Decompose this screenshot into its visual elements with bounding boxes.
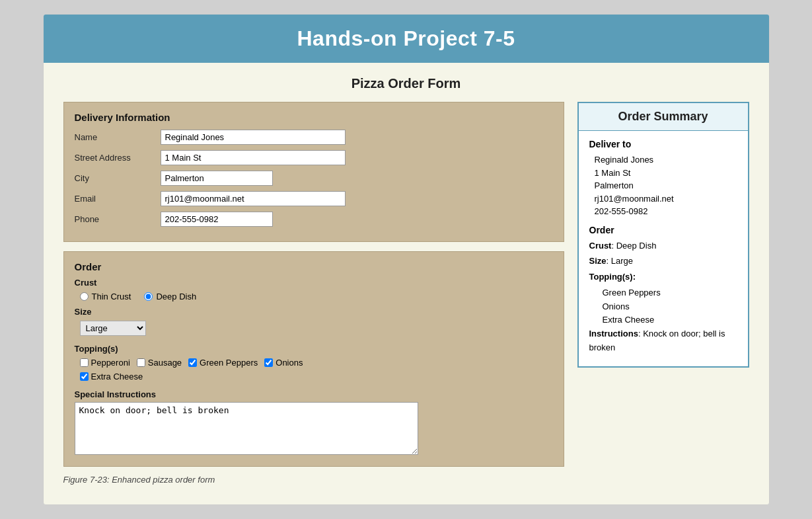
deep-dish-radio[interactable] (144, 292, 153, 301)
green-peppers-checkbox[interactable] (188, 358, 197, 367)
order-section-title: Order (75, 261, 553, 272)
name-label: Name (75, 132, 161, 142)
delivery-info-section: Delivery Information Name Street Address… (63, 102, 564, 242)
email-input[interactable] (161, 191, 346, 206)
summary-crust-label: Crust (589, 241, 612, 251)
street-row: Street Address (75, 150, 553, 165)
size-select[interactable]: Small Medium Large Extra Large (80, 321, 146, 336)
city-label: City (75, 173, 161, 183)
page-wrapper: Hands-on Project 7-5 Pizza Order Form De… (43, 14, 770, 505)
sausage-checkbox[interactable] (137, 358, 145, 367)
left-column: Delivery Information Name Street Address… (63, 102, 564, 467)
name-input[interactable] (161, 130, 346, 145)
pepperoni-checkbox[interactable] (80, 358, 89, 367)
extra-cheese-option[interactable]: Extra Cheese (80, 372, 553, 381)
deep-dish-option[interactable]: Deep Dish (144, 292, 196, 301)
thin-crust-label: Thin Crust (92, 292, 131, 301)
name-row: Name (75, 130, 553, 145)
second-toppings-row: Extra Cheese (80, 372, 553, 381)
extra-cheese-label: Extra Cheese (91, 372, 143, 381)
page-header-text: Hands-on Project 7-5 (297, 26, 515, 50)
toppings-label: Topping(s) (75, 344, 553, 354)
delivery-section-title: Delivery Information (75, 112, 553, 123)
form-title: Pizza Order Form (63, 76, 749, 91)
deliver-name: Reginald Jones (595, 153, 737, 167)
summary-size-label: Size (589, 256, 607, 266)
summary-toppings-line: Topping(s): (589, 270, 737, 284)
email-label: Email (75, 194, 161, 204)
right-column: Order Summary Deliver to Reginald Jones … (577, 102, 749, 368)
onions-option[interactable]: Onions (264, 358, 303, 368)
deep-dish-label: Deep Dish (156, 292, 196, 301)
phone-row: Phone (75, 212, 553, 227)
street-input[interactable] (161, 150, 346, 165)
phone-label: Phone (75, 214, 161, 224)
summary-size-line: Size: Large (589, 255, 737, 268)
order-summary-box: Order Summary Deliver to Reginald Jones … (577, 102, 749, 368)
deliver-email: rj101@moonmail.net (595, 192, 737, 206)
summary-toppings-list: Green Peppers Onions Extra Cheese (603, 286, 737, 327)
page-header: Hands-on Project 7-5 (44, 15, 769, 63)
summary-topping-green-peppers: Green Peppers (603, 286, 737, 300)
summary-toppings-label: Topping(s): (589, 272, 636, 282)
green-peppers-option[interactable]: Green Peppers (188, 358, 258, 368)
onions-checkbox[interactable] (264, 358, 273, 367)
pepperoni-label: Pepperoni (91, 358, 130, 368)
figure-caption: Figure 7-23: Enhanced pizza order form (63, 475, 749, 485)
deliver-phone: 202-555-0982 (595, 205, 737, 218)
summary-title: Order Summary (579, 103, 748, 131)
email-row: Email (75, 191, 553, 206)
crust-label: Crust (75, 278, 553, 288)
thin-crust-option[interactable]: Thin Crust (80, 292, 131, 301)
deliver-city: Palmerton (595, 179, 737, 192)
summary-order-label: Order (589, 225, 737, 235)
city-row: City (75, 171, 553, 186)
crust-radio-group: Thin Crust Deep Dish (80, 292, 553, 301)
page-content: Pizza Order Form Delivery Information Na… (44, 63, 769, 504)
toppings-row: Pepperoni Sausage Green Peppers Oni (80, 358, 553, 368)
summary-instructions-line: Instructions: Knock on door; bell is bro… (589, 327, 737, 355)
deliver-street: 1 Main St (595, 167, 737, 180)
street-label: Street Address (75, 153, 161, 163)
extra-cheese-checkbox[interactable] (80, 372, 89, 381)
order-section: Order Crust Thin Crust Deep Dish Size (63, 251, 564, 467)
green-peppers-label: Green Peppers (200, 358, 258, 368)
sausage-label: Sausage (148, 358, 182, 368)
city-input[interactable] (161, 171, 273, 186)
main-layout: Delivery Information Name Street Address… (63, 102, 749, 467)
summary-topping-extra-cheese: Extra Cheese (603, 313, 737, 327)
phone-input[interactable] (161, 212, 273, 227)
summary-topping-onions: Onions (603, 300, 737, 314)
special-instructions-label: Special Instructions (75, 389, 553, 399)
summary-instructions-label: Instructions (589, 329, 638, 339)
size-label: Size (75, 307, 553, 317)
pepperoni-option[interactable]: Pepperoni (80, 358, 130, 368)
deliver-to-label: Deliver to (589, 139, 737, 149)
thin-crust-radio[interactable] (80, 292, 89, 301)
onions-label: Onions (276, 358, 303, 368)
special-instructions-textarea[interactable]: Knock on door; bell is broken (75, 402, 418, 455)
sausage-option[interactable]: Sausage (137, 358, 182, 368)
summary-crust-line: Crust: Deep Dish (589, 239, 737, 253)
